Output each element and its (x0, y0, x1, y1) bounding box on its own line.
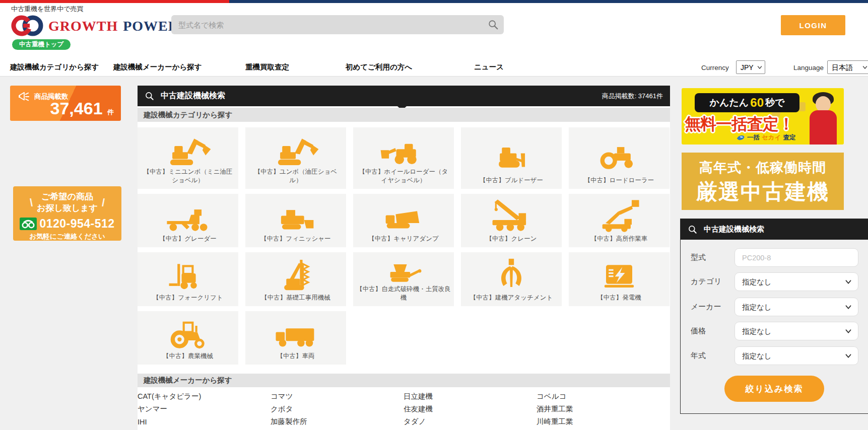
machine-search-count: 商品掲載数: 37461件 (602, 92, 663, 101)
category-label: 【中古】基礎工事用機械 (258, 294, 333, 306)
search-icon[interactable] (488, 19, 499, 30)
megaphone-icon (18, 91, 30, 102)
maker-link-kato[interactable]: 加藤製作所 (271, 415, 404, 428)
category-label: 【中古】車両 (274, 352, 318, 365)
category-card-finisher[interactable]: 【中古】フィニッシャー (245, 194, 346, 247)
road-roller-icon (593, 130, 645, 176)
tractor-icon (162, 314, 214, 352)
nav-maker[interactable]: 建設機械メーカーから探す (113, 62, 202, 72)
category-card-vehicle[interactable]: 【中古】車両 (245, 311, 346, 365)
wheel-loader-icon (377, 130, 430, 168)
crusher-icon (377, 255, 430, 285)
currency-label: Currency (701, 64, 729, 71)
category-card-generator[interactable]: 【中古】発電機 (569, 252, 670, 306)
category-label: 【中古】高所作業車 (588, 235, 651, 247)
search-icon (145, 91, 155, 101)
price-select-wrap: 指定なし (735, 322, 858, 340)
maker-link-hitachi[interactable]: 日立建機 (404, 390, 537, 403)
nav-purchase-assessment[interactable]: 重機買取査定 (245, 62, 289, 72)
maker-link-kobelco[interactable]: コベルコ (537, 390, 670, 403)
maker-link-kawasaki[interactable]: 川崎重工業 (537, 415, 670, 428)
model-label: 型式 (691, 253, 706, 262)
nav-category[interactable]: 建設機械カテゴリから探す (10, 62, 99, 72)
maker-link-yanmar[interactable]: ヤンマー (138, 403, 271, 415)
category-label: 【中古】キャリアダンプ (365, 235, 442, 247)
decor-slash-right: / (102, 196, 105, 209)
year-select[interactable]: 指定なし (735, 347, 858, 365)
category-card-mini-excavator[interactable]: 【中古】ミニユンボ（ミニ油圧ショベル） (138, 127, 238, 189)
category-card-wheel-loader[interactable]: 【中古】ホイールローダー（タイヤショベル） (353, 127, 454, 189)
banner-main-text: 無料一括査定！ (685, 113, 811, 135)
generator-icon (593, 255, 645, 294)
language-select-wrap: 日本語 (827, 60, 868, 74)
premium-used-machines-banner[interactable]: 高年式・低稼働時間 厳選中古建機 (682, 153, 844, 210)
category-card-road-roller[interactable]: 【中古】ロードローラー (569, 127, 670, 189)
brand-power: POWER (123, 18, 179, 34)
phone-note: お気軽にご連絡ください (13, 232, 121, 241)
category-grid: 【中古】ミニユンボ（ミニ油圧ショベル） 【中古】ユンボ（油圧ショベル） 【中古】… (138, 127, 670, 365)
category-card-excavator[interactable]: 【中古】ユンボ（油圧ショベル） (245, 127, 346, 189)
bulldozer-icon (485, 130, 538, 176)
contact-phone-box[interactable]: \ ご希望の商品 お探し致します / 0120-954-512 お気軽にご連絡く… (13, 186, 121, 241)
maker-link-komatsu[interactable]: コマツ (271, 390, 404, 403)
category-card-crusher[interactable]: 【中古】自走式破砕機・土質改良機 (353, 252, 454, 306)
category-label: 【中古】グレーダー (156, 235, 219, 247)
category-card-foundation[interactable]: 【中古】基礎工事用機械 (245, 252, 346, 306)
currency-select-wrap: JPY (736, 60, 765, 74)
go-logo-icon[interactable] (11, 14, 44, 39)
maker-label-form: メーカー (691, 302, 721, 312)
category-label: 【中古】フィニッシャー (257, 235, 333, 247)
model-search-input[interactable] (171, 21, 488, 29)
category-select[interactable]: 指定なし (735, 273, 858, 291)
phone-line2: お探し致します (37, 203, 98, 214)
category-card-forklift[interactable]: 【中古】フォークリフト (138, 252, 238, 306)
crane-icon (485, 197, 538, 235)
header-search-bar[interactable] (171, 15, 504, 34)
search-icon (688, 225, 698, 235)
refine-search-button[interactable]: 絞り込み検索 (724, 376, 824, 402)
category-card-aerial-work[interactable]: 【中古】高所作業車 (569, 194, 670, 247)
maker-link-cat[interactable]: CAT(キャタピラー) (138, 390, 271, 403)
price-select[interactable]: 指定なし (735, 322, 858, 340)
banner2-line1: 高年式・低稼働時間 (682, 159, 844, 177)
maker-link-sumitomo[interactable]: 住友建機 (404, 403, 537, 415)
year-label-form: 年式 (691, 351, 706, 361)
category-label: 【中古】自走式破砕機・土質改良機 (353, 285, 454, 306)
used-machine-top-badge[interactable]: 中古重機トップ (12, 39, 71, 50)
maker-link-tadano[interactable]: タダノ (404, 415, 537, 428)
language-select[interactable]: 日本語 (828, 61, 868, 74)
nav-first-time[interactable]: 初めてご利用の方へ (346, 62, 412, 72)
bird-logo-icon (736, 134, 745, 141)
model-input[interactable] (735, 249, 858, 266)
currency-select[interactable]: JPY (737, 61, 765, 74)
maker-select[interactable]: 指定なし (735, 298, 858, 316)
category-card-grader[interactable]: 【中古】グレーダー (138, 194, 238, 247)
phone-number: 0120-954-512 (39, 217, 114, 231)
maker-link-ihi[interactable]: IHI (138, 415, 271, 428)
banner-60sec-pill: かんたん 60 秒で (695, 93, 799, 112)
login-button[interactable]: LOGIN (781, 15, 845, 35)
free-assessment-banner[interactable]: かんたん 60 秒で 無料一括査定！ 一括セカイ査定 (682, 88, 844, 145)
brand-logotype[interactable]: GROWTHPOWER (48, 18, 179, 34)
maker-list: CAT(キャタピラー) コマツ 日立建機 コベルコ ヤンマー クボタ 住友建機 … (138, 390, 670, 428)
category-card-carrier-dump[interactable]: 【中古】キャリアダンプ (353, 194, 454, 247)
category-select-wrap: 指定なし (735, 272, 858, 291)
maker-link-kubota[interactable]: クボタ (271, 403, 404, 415)
carrier-dump-icon (377, 197, 430, 235)
nav-news[interactable]: ニュース (474, 62, 504, 72)
forklift-icon (162, 255, 214, 294)
attachment-claw-icon (485, 255, 538, 294)
category-card-crane[interactable]: 【中古】クレーン (461, 194, 562, 247)
banner2-line2: 厳選中古建機 (682, 178, 844, 206)
ikkatsu-sekai-logo: 一括セカイ査定 (736, 133, 795, 142)
category-card-bulldozer[interactable]: 【中古】ブルドーザー (461, 127, 562, 189)
listing-count-value: 37,461 (50, 99, 103, 118)
banner-post: 秒で (765, 96, 784, 109)
category-card-agriculture[interactable]: 【中古】農業機械 (138, 311, 238, 365)
maker-link-sakai[interactable]: 酒井重工業 (537, 403, 670, 415)
category-section-header: 建設機械カテゴリから探す (138, 108, 670, 122)
listing-count-unit: 件 (107, 108, 114, 116)
category-label: 【中古】発電機 (594, 294, 644, 306)
site-tagline: 中古重機を世界中で売買 (11, 5, 84, 14)
category-card-attachment[interactable]: 【中古】建機アタッチメント (461, 252, 562, 306)
